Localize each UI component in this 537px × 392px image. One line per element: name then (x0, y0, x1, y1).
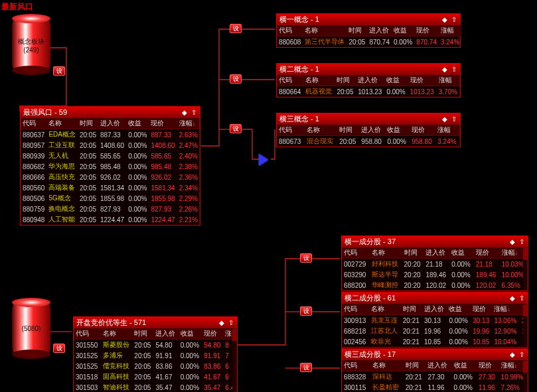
scrollbar[interactable] (523, 304, 527, 346)
pin-icon[interactable]: ⇧ (451, 116, 457, 123)
panel-h1: 横一概念 - 1 ◆⇧ 代码名称 时间进入价 收益现价 涨幅 880608第三代… (276, 13, 461, 48)
table-row[interactable]: 301503智迪科技20:0535.470.00%35.476.4 (74, 382, 237, 392)
diamond-icon[interactable]: ◆ (218, 320, 225, 326)
pin-icon[interactable]: ⇧ (228, 320, 234, 326)
table-row[interactable]: 880673混合现实20:05958.800.00%958.803.24% (277, 136, 460, 147)
table-row[interactable]: 880682华为海思20:05985.480.00%985.482.38% (21, 161, 200, 172)
diamond-icon[interactable]: ◆ (509, 352, 516, 358)
set-button-c1[interactable]: 设 (300, 253, 312, 263)
data-table: 代码名称 时间进入价 收益现价 涨幅↓ 880637EDA概念20:05887.… (21, 118, 200, 225)
table-row[interactable]: 880666高压快充20:05926.020.00%926.022.36% (21, 172, 200, 182)
panel-header[interactable]: 最强风口 - 59 ◆ ⇧ (21, 107, 200, 118)
table-row[interactable]: 880759换电概念20:05827.930.00%827.932.26% (21, 204, 200, 214)
pin-icon[interactable]: ⇧ (518, 239, 525, 245)
set-button-c3[interactable]: 设 (300, 363, 312, 372)
diamond-icon[interactable]: ◆ (181, 109, 188, 116)
diamond-icon[interactable]: ◆ (509, 239, 516, 245)
set-button-h1[interactable]: 设 (230, 24, 242, 33)
node-stock-pool: (5080) (12, 302, 50, 362)
cylinder2-label: (5080) (12, 325, 50, 332)
scrollbar[interactable] (232, 329, 236, 392)
table-row[interactable]: 880664机器视觉20:051013.230.00%1013.233.70% (277, 86, 460, 98)
pin-icon[interactable]: ⇧ (191, 109, 197, 116)
table-row[interactable]: 301525儒竞科技20:0583.860.00%83.866 (74, 361, 237, 371)
node-concept-sector: 概念板块(249) (12, 19, 50, 78)
pin-icon[interactable]: ⇧ (518, 352, 525, 358)
panel-strongest: 最强风口 - 59 ◆ ⇧ 代码名称 时间进入价 收益现价 涨幅↓ 880637… (20, 106, 200, 226)
table-row[interactable]: 880608第三代半导体20:05870.740.00%870.743.24% (277, 36, 461, 48)
pin-icon[interactable]: ⇧ (451, 66, 457, 73)
panel-header[interactable]: 横一概念 - 1 ◆⇧ (277, 14, 460, 25)
set-button-h2[interactable]: 设 (230, 74, 242, 84)
pin-icon[interactable]: ⇧ (518, 295, 525, 302)
diamond-icon[interactable]: ◆ (441, 116, 448, 123)
table-row[interactable]: 301550斯菱股份20:0554.800.00%54.808 (74, 340, 237, 351)
panel-header[interactable]: 横一成分股 - 37 ◆⇧ (342, 236, 528, 247)
panel-c1: 横一成分股 - 37 ◆⇧ 代码名称 时间进入价 收益现价 涨幅↓ 002729… (341, 235, 528, 291)
panel-header[interactable]: 开盘竞价优等生 - 571 ◆⇧ (74, 317, 237, 328)
play-button[interactable] (259, 154, 268, 166)
table-row[interactable]: 688200华峰测控20:20120.020.00%120.026.35% (342, 280, 528, 291)
table-row[interactable]: 880560高端装备20:051581.340.00%1581.342.34% (21, 182, 200, 193)
table-row[interactable]: 300913兆龙互连20:2130.130.00%30.1313.06%2 (342, 315, 528, 326)
table-row[interactable]: 8805065G概念20:051855.980.00%1855.982.29% (21, 193, 200, 204)
panel-open: 开盘竞价优等生 - 571 ◆⇧ 代码名称 时间进入价 收益现价 涨 30155… (73, 316, 238, 392)
panel-c2: 横二成分股 - 61 ◆⇧ 代码名称 时间进入价 收益现价 涨幅↓ 300913… (341, 292, 528, 348)
table-row[interactable]: 301525多浦乐20:0591.910.00%91.917 (74, 350, 237, 361)
diamond-icon[interactable]: ◆ (441, 66, 448, 73)
table-row[interactable]: 301518固高科技20:0541.670.00%41.676 (74, 371, 237, 382)
panel-header[interactable]: 横三概念 - 1 ◆⇧ (277, 113, 460, 125)
diamond-icon[interactable]: ◆ (509, 295, 516, 302)
set-button-c2[interactable]: 设 (300, 306, 312, 316)
set-button-cyl2[interactable]: 设 (53, 344, 65, 353)
table-row[interactable]: 002456欧菲光20:2110.850.00%10.8510.04% (342, 336, 528, 347)
diamond-icon[interactable]: ◆ (441, 17, 448, 23)
table-row[interactable]: 880948人工智能20:051224.470.00%1224.472.21% (21, 214, 200, 225)
cylinder1-label: 概念板块(249) (12, 37, 50, 54)
set-button-cyl1[interactable]: 设 (53, 66, 65, 76)
scrollbar[interactable] (523, 248, 527, 290)
table-row[interactable]: 002729好利科技20:2021.180.00%21.1810.03% (342, 259, 528, 270)
table-row[interactable]: 688328深科达20:2127.300.00%27.3010.98% (342, 371, 528, 383)
set-button-h3[interactable]: 设 (230, 124, 242, 133)
panel-header[interactable]: 横二成分股 - 61 ◆⇧ (342, 293, 528, 304)
page-title: 最新风口 (1, 1, 33, 13)
panel-h3: 横三概念 - 1 ◆⇧ 代码名称 时间进入价 收益现价 涨幅 880673混合现… (276, 113, 461, 147)
panel-header[interactable]: 横二概念 - 1 ◆⇧ (277, 64, 460, 75)
panel-h2: 横二概念 - 1 ◆⇧ 代码名称 时间进入价 收益现价 涨幅 880664机器视… (276, 63, 461, 98)
table-row[interactable]: 880957工业互联20:051408.600.00%1408.602.47% (21, 140, 200, 151)
panel-header[interactable]: 横三成分股 - 17 ◆⇧ (342, 349, 528, 360)
table-row[interactable]: 300115长盈精密20:2111.960.00%11.967.26% (342, 382, 528, 392)
table-row[interactable]: 880939无人机20:05585.650.00%585.652.40% (21, 151, 200, 161)
panel-c3: 横三成分股 - 17 ◆⇧ 代码名称 时间进入价 收益现价 涨幅↓ 688328… (341, 348, 528, 392)
pin-icon[interactable]: ⇧ (451, 17, 457, 23)
table-row[interactable]: 603290斯达半导20:20189.460.00%189.4610.00% (342, 269, 528, 280)
scrollbar[interactable] (523, 361, 527, 392)
table-row[interactable]: 688218江苏北人20:2119.960.00%19.9612.90%1 (342, 326, 528, 336)
table-row[interactable]: 880637EDA概念20:05887.330.00%887.332.63% (21, 129, 200, 141)
